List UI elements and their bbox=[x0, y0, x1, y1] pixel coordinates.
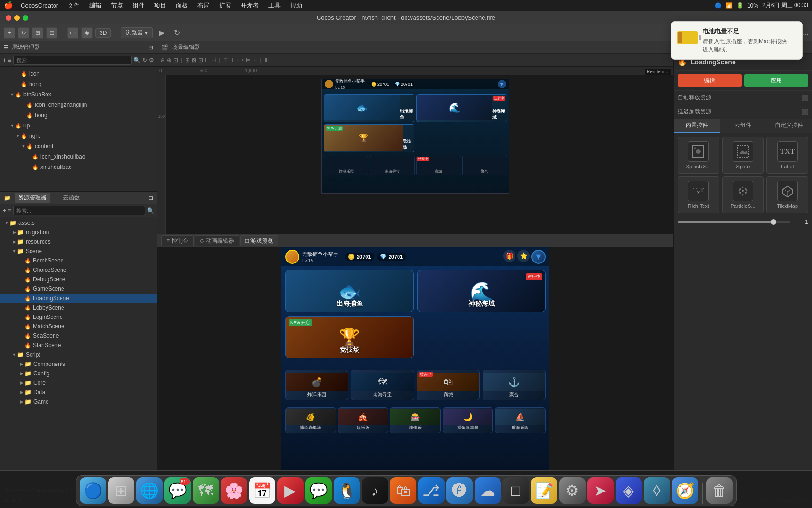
dock-item-finder[interactable]: 🔵 bbox=[80, 477, 106, 504]
align-btn6[interactable]: ⊩ bbox=[252, 57, 257, 64]
transform-btn4[interactable]: ⊢ bbox=[205, 57, 210, 64]
dock-item-calendar[interactable]: 📅 bbox=[249, 477, 275, 504]
menu-panel[interactable]: 面板 bbox=[174, 1, 190, 10]
dock-item-photos[interactable]: 🌸 bbox=[221, 477, 247, 504]
menu-cocoscreator[interactable]: CocosCreator bbox=[19, 2, 60, 9]
fish-item4[interactable]: 🌙 捕鱼嘉年华 bbox=[443, 407, 493, 433]
menu-project[interactable]: 项目 bbox=[152, 1, 168, 10]
apple-menu[interactable]: 🍎 bbox=[4, 1, 13, 10]
component-tiledmap[interactable]: TiledMap bbox=[766, 176, 808, 213]
align-btn3[interactable]: ⊦ bbox=[236, 57, 239, 64]
play-button[interactable]: ▶ bbox=[156, 27, 168, 39]
zoom-in-icon[interactable]: ⊕ bbox=[167, 57, 172, 64]
dock-item-preferences[interactable]: ⚙ bbox=[559, 477, 586, 504]
menu-file[interactable]: 文件 bbox=[66, 1, 82, 10]
rect-button[interactable]: ▭ bbox=[67, 27, 78, 39]
sp-card-nanhai[interactable]: 南海寻宝 bbox=[370, 156, 414, 175]
hierarchy-node-icon[interactable]: 🔥 icon bbox=[0, 69, 157, 79]
scene-canvas-area[interactable]: 05001,000 350 Renderin... 使用鼠标右键平移视图焦点，使… bbox=[157, 67, 673, 234]
assets-search-icon[interactable]: 🔍 bbox=[147, 207, 154, 214]
search-icon[interactable]: 🔍 bbox=[133, 57, 141, 64]
tab-cloud[interactable]: 云函数 bbox=[59, 193, 84, 203]
refresh-button[interactable]: ↻ bbox=[18, 27, 29, 39]
asset-folder-scene[interactable]: ▼ 📁 Scene bbox=[0, 246, 157, 256]
menu-edit[interactable]: 编辑 bbox=[87, 1, 103, 10]
hierarchy-node-xinshoulibao[interactable]: 🔥 xinshoulibao bbox=[0, 162, 157, 172]
asset-scene-start[interactable]: 🔥 StartScene bbox=[0, 341, 157, 350]
hierarchy-node-icon-xin[interactable]: 🔥 icon_xinshoulibao bbox=[0, 151, 157, 162]
asset-folder-game[interactable]: ▶ 📁 Game bbox=[0, 397, 157, 406]
auto-release-checkbox[interactable] bbox=[802, 95, 808, 101]
fish-mode-chuhai[interactable]: 🐟 出海捕鱼 bbox=[285, 270, 414, 312]
asset-scene-loading[interactable]: 🔥 LoadingScene bbox=[0, 294, 157, 303]
align-btn2[interactable]: ⊥ bbox=[230, 57, 234, 64]
dock-item-inkscape[interactable]: ◊ bbox=[644, 477, 670, 504]
hierarchy-node-btnsubbox[interactable]: ▼ 🔥 btnSubBox bbox=[0, 89, 157, 100]
fish-item5[interactable]: ⛵ 航海乐园 bbox=[495, 407, 546, 433]
lazy-load-checkbox[interactable] bbox=[802, 109, 808, 115]
add-node-button[interactable]: + bbox=[4, 27, 15, 39]
menu-developer[interactable]: 开发者 bbox=[239, 1, 261, 10]
asset-scene-lobby[interactable]: 🔥 LobbyScene bbox=[0, 303, 157, 312]
hierarchy-node-icon-cheng[interactable]: 🔥 icon_chengzhanglijin bbox=[0, 100, 157, 110]
hierarchy-list-btn[interactable]: ≡ bbox=[8, 57, 11, 64]
dock-item-maps[interactable]: 🗺 bbox=[193, 477, 219, 504]
transform-btn5[interactable]: ⊣ bbox=[211, 57, 216, 64]
slider-thumb[interactable] bbox=[771, 219, 776, 225]
tab-cloud-component[interactable]: 云组件 bbox=[720, 119, 766, 133]
asset-folder-config[interactable]: ▶ 📁 Config bbox=[0, 369, 157, 378]
fish-mode-shenmi[interactable]: 🌊 进行中 神秘海域 bbox=[417, 270, 546, 312]
dock-item-messages[interactable]: 💬 511 bbox=[164, 477, 191, 504]
hierarchy-node-hong2[interactable]: 🔥 hong bbox=[0, 110, 157, 120]
asset-folder-core[interactable]: ▶ 📁 Core bbox=[0, 378, 157, 388]
dock-item-launchpad[interactable]: ⊞ bbox=[108, 477, 134, 504]
menu-component[interactable]: 组件 bbox=[131, 1, 147, 10]
fish-small-jv[interactable]: ⚓ 聚合 bbox=[483, 370, 546, 400]
menu-extend[interactable]: 扩展 bbox=[217, 1, 233, 10]
tab-builtin[interactable]: 内置控件 bbox=[674, 119, 720, 133]
dock-item-notes[interactable]: 📝 bbox=[531, 477, 557, 504]
more-btn[interactable]: ⊪ bbox=[264, 57, 269, 64]
dock-item-tailscale[interactable]: ◈ bbox=[616, 477, 642, 504]
dock-item-taobao[interactable]: 🛍 bbox=[390, 477, 416, 504]
asset-scene-sea[interactable]: 🔥 SeaScene bbox=[0, 331, 157, 341]
asset-folder-assets[interactable]: ▼ 📁 assets bbox=[0, 218, 157, 228]
transform-btn1[interactable]: ⊞ bbox=[185, 57, 190, 64]
component-richtext[interactable]: TxT Rich Text bbox=[678, 176, 719, 213]
component-splash[interactable]: Splash S... bbox=[678, 137, 719, 174]
fish-daily-btn[interactable]: ⭐ bbox=[517, 250, 530, 262]
assets-options-btn[interactable]: ⊟ bbox=[148, 195, 153, 201]
asset-scene-choice[interactable]: 🔥 ChoiceScene bbox=[0, 265, 157, 275]
assets-add-btn[interactable]: + bbox=[3, 207, 6, 214]
tab-animation[interactable]: ◇ 动画编辑器 bbox=[195, 235, 239, 246]
asset-scene-debug[interactable]: 🔥 DebugScene bbox=[0, 275, 157, 284]
close-button[interactable] bbox=[6, 15, 11, 21]
sp-mode-chuhai[interactable]: 🐟 出海捕鱼 bbox=[324, 94, 414, 122]
hierarchy-settings-btn[interactable]: ⚙ bbox=[149, 57, 154, 64]
tab-game-preview[interactable]: □ 游戏预览 bbox=[240, 235, 278, 246]
zoom-fit-icon[interactable]: ⊡ bbox=[173, 57, 178, 64]
dock-item-appstore[interactable]: 🅐 bbox=[446, 477, 473, 504]
assets-list-btn[interactable]: ≡ bbox=[8, 207, 11, 214]
dock-item-wechat[interactable]: 💬 bbox=[305, 477, 332, 504]
sp-card-shop[interactable]: 特卖中 商城 bbox=[416, 156, 461, 175]
tab-console[interactable]: ≡ 控制台 bbox=[161, 235, 194, 246]
sp-mode-jingji[interactable]: 🏆 NEW 开启 竞技场 bbox=[324, 124, 414, 152]
hierarchy-node-right[interactable]: ▼ 🔥 right bbox=[0, 131, 157, 141]
dock-item-trash[interactable]: 🗑 bbox=[706, 477, 733, 504]
asset-folder-data[interactable]: ▶ 📁 Data bbox=[0, 388, 157, 397]
menu-help[interactable]: 帮助 bbox=[288, 1, 304, 10]
browser-selector[interactable]: 浏览器 ▾ bbox=[121, 27, 153, 38]
maximize-button[interactable] bbox=[23, 15, 28, 21]
hierarchy-expand-btn[interactable]: ⊟ bbox=[148, 44, 153, 51]
asset-folder-script[interactable]: ▼ 📁 Script bbox=[0, 350, 157, 359]
fish-gift-btn[interactable]: 🎁 bbox=[503, 250, 515, 262]
zoom-out-icon[interactable]: ⊖ bbox=[160, 57, 165, 64]
slider-track[interactable] bbox=[678, 221, 790, 223]
asset-scene-login[interactable]: 🔥 LoginScene bbox=[0, 312, 157, 322]
asset-scene-match[interactable]: 🔥 MatchScene bbox=[0, 322, 157, 331]
sp-card-jv[interactable]: 聚合 bbox=[462, 156, 507, 175]
apply-button[interactable]: 应用 bbox=[744, 74, 808, 87]
transform-button[interactable]: ◈ bbox=[81, 27, 93, 39]
fish-item1[interactable]: 🐠 捕鱼嘉年华 bbox=[285, 407, 336, 433]
